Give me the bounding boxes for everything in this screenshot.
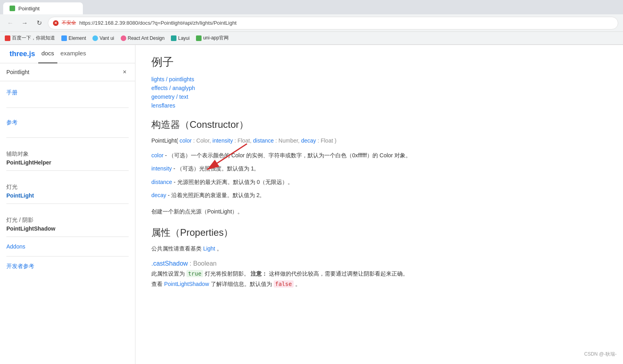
bookmark-icon-element [61,35,67,41]
sidebar-brand[interactable]: three.js [6,45,38,63]
sidebar-item-pointlight[interactable]: PointLight [6,192,129,199]
bookmark-label-layui: Layui [178,35,190,41]
browser-tab[interactable]: Pointlight [3,2,83,14]
sidebar-divider-2 [6,137,129,138]
sidebar-section-dev[interactable]: 开发者参考 [0,260,135,273]
sidebar-divider-1 [6,108,129,108]
param-desc-distance: - 光源照射的最大距离。默认值为 0（无限远）。 [174,179,293,185]
browser-chrome: Pointlight ← → ↻ ✕ 不安全 https://192.168.2… [0,0,623,45]
cast-shadow-false: false [274,280,294,288]
bookmark-baidu[interactable]: 百度一下，你就知道 [5,35,55,41]
sidebar-link-reference[interactable]: 参考 [6,117,129,128]
constructor-heading: 构造器（Constructor） [151,118,607,131]
sidebar-item-helper[interactable]: PointLightHelper [6,159,129,166]
param-decay-name: decay [301,137,316,144]
sidebar-nav: three.js docs examples [0,45,135,63]
cast-shadow-bold: 注意： [251,270,267,277]
public-props-prefix: 公共属性请查看基类 [151,245,203,252]
cast-shadow-highlight: true [186,270,203,277]
cast-shadow-desc-2: 灯光将投射阴影。 [205,270,249,277]
param-desc-intensity: - （可选）光照强度。默认值为 1。 [173,165,259,172]
cast-shadow-desc-3: 这样做的代价比较高，需要通过调整让阴影看起来正确。 [269,270,408,277]
bookmarks-bar: 百度一下，你就知道 Element Vant ui React Ant Desi… [0,32,623,45]
sidebar-item-pointlight-shadow[interactable]: PointLightShadow [6,225,129,232]
bookmark-layui[interactable]: Layui [171,35,190,41]
sidebar-divider-4 [6,204,129,204]
bookmark-element[interactable]: Element [61,35,86,41]
bookmark-uniapp[interactable]: uni-app官网 [196,35,229,41]
bookmark-icon-react-ant [121,35,126,41]
example-link-geometry[interactable]: geometry / text [151,94,607,100]
sidebar-label-helpers: 辅助对象 [6,147,129,159]
bookmark-label-react-ant: React Ant Design [128,35,165,41]
param-color-type: : Color, [193,137,212,144]
param-intensity-wrapper: intensity - （可选）光照强度。默认值为 1。 [151,164,607,177]
pointlightshadow-link[interactable]: PointLightShadow [164,281,209,287]
sidebar-search-text: Pointlight [6,69,118,75]
security-badge: 不安全 [62,20,76,26]
bookmark-icon-uniapp [196,35,202,41]
browser-tabs: Pointlight [0,0,623,14]
tab-favicon [10,6,15,11]
param-distance-type: : Number, [275,137,301,144]
bookmark-label-vant: Vant ui [100,35,114,41]
back-button[interactable]: ← [5,18,16,29]
cast-shadow-desc: 此属性设置为 true 灯光将投射阴影。 注意： 这样做的代价比较高，需要通过调… [151,269,607,279]
url-text: https://192.168.2.39:8080/docs/?q=Pointl… [79,20,237,26]
param-distance-name: distance [253,137,274,144]
light-link[interactable]: Light [203,245,215,252]
cast-shadow-name[interactable]: .castShadow [151,260,188,267]
param-intensity-block: intensity - （可选）光照强度。默认值为 1。 [151,164,607,174]
sidebar-divider-6 [6,256,129,256]
watermark: CSDN @-耿瑞- [584,351,617,358]
bookmark-vant[interactable]: Vant ui [92,35,114,41]
cast-shadow-end: 。 [295,281,301,287]
sidebar-section-reference: 参考 [0,111,135,134]
param-distance-block: distance - 光源照射的最大距离。默认值为 0（无限远）。 [151,177,607,187]
param-decay-block: decay - 沿着光照距离的衰退量。默认值为 2。 [151,190,607,200]
param-intensity-name: intensity [212,137,233,144]
public-props-text: 公共属性请查看基类 Light 。 [151,244,607,254]
sidebar-nav-docs[interactable]: docs [38,45,57,63]
public-props-suffix: 。 [217,245,222,252]
sidebar-section-lights-shadow: 灯光 / 阴影 PointLightShadow [0,207,135,233]
param-desc-decay: - 沿着光照距离的衰退量。默认值为 2。 [168,192,265,198]
param-key-decay: decay [151,192,166,198]
tab-title: Pointlight [18,6,39,12]
sidebar-section-helpers: 辅助对象 PointLightHelper [0,141,135,167]
sidebar: three.js docs examples Pointlight × 手册 参… [0,45,135,364]
bookmark-label-element: Element [69,35,86,41]
sidebar-section-manual: 手册 [0,81,135,104]
param-key-color: color [151,152,163,159]
cast-shadow-property: .castShadow : Boolean [151,260,607,267]
helper-name: PointLightHelper [6,159,51,166]
param-color-block: color - （可选）一个表示颜色的 Color 的实例、字符串或数字，默认为… [151,151,607,160]
sidebar-link-manual[interactable]: 手册 [6,88,129,98]
sidebar-section-addons[interactable]: Addons [0,240,135,253]
cast-shadow-default: 了解详细信息。默认值为 [211,281,272,287]
constructor-desc: 创建一个新的点光源（PointLight）。 [151,207,607,217]
sidebar-nav-examples[interactable]: examples [57,45,89,63]
sidebar-label-lights-shadow: 灯光 / 阴影 [6,213,129,225]
bookmark-react-ant[interactable]: React Ant Design [121,35,165,41]
lights-item: PointLight [6,192,34,199]
example-link-effects[interactable]: effects / anaglyph [151,85,607,91]
param-color-name: color [180,137,192,144]
bookmark-icon-layui [171,35,176,41]
example-link-lensflares[interactable]: lensflares [151,102,607,109]
sidebar-section-lights: 灯光 PointLight [0,174,135,200]
browser-toolbar: ← → ↻ ✕ 不安全 https://192.168.2.39:8080/do… [0,14,623,32]
param-key-intensity: intensity [151,165,172,172]
sidebar-close-button[interactable]: × [121,68,129,76]
main-layout: three.js docs examples Pointlight × 手册 参… [0,45,623,364]
sidebar-search: Pointlight × [0,63,135,81]
sidebar-divider-5 [6,237,129,237]
param-desc-color: - （可选）一个表示颜色的 Color 的实例、字符串或数字，默认为一个白色（0… [165,152,411,159]
reload-button[interactable]: ↻ [33,18,45,29]
lights-shadow-item: PointLightShadow [6,225,55,232]
address-bar[interactable]: ✕ 不安全 https://192.168.2.39:8080/docs/?q=… [48,17,618,29]
properties-heading: 属性（Properties） [151,226,607,239]
bookmark-label-baidu: 百度一下，你就知道 [12,35,55,41]
forward-button[interactable]: → [19,18,30,29]
example-link-lights[interactable]: lights / pointlights [151,76,607,82]
